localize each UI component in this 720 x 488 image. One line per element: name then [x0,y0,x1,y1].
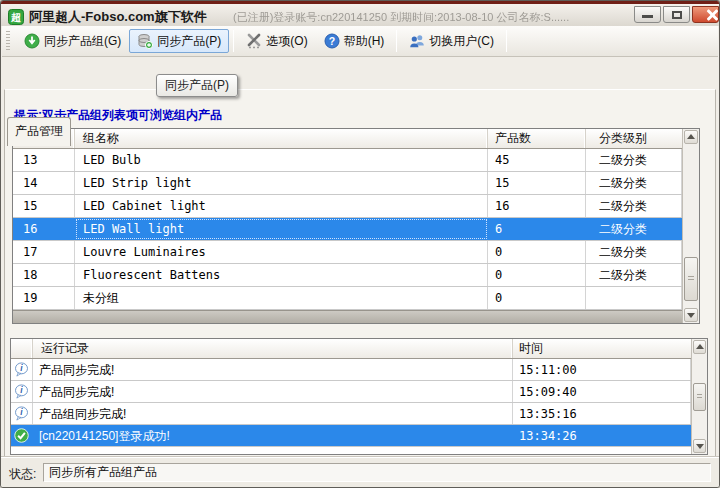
group-table-row[interactable]: 19未分组0 [13,287,682,310]
group-table-rows: 13LED Bulb45二级分类14LED Strip light15二级分类1… [13,149,682,310]
window-title-status: (已注册)登录账号:cn220141250 到期时间:2013-08-10 公司… [233,10,623,25]
tab-strip: 产品管理 更新计划 智能重发 排名查询 [1,57,719,89]
sync-product-button[interactable]: 同步产品(P) [129,29,229,53]
table-cell: 14 [13,172,75,194]
log-time: 13:34:26 [513,425,691,446]
svg-text:?: ? [328,35,334,47]
group-table-row[interactable]: 17Louvre Luminaires0二级分类 [13,241,682,264]
toolbar-separator [506,30,507,52]
group-table-row[interactable]: 18Fluorescent Battens0二级分类 [13,264,682,287]
group-table-row[interactable]: 15LED Cabinet light16二级分类 [13,195,682,218]
table-cell [586,287,682,309]
log-time: 15:11:00 [513,359,691,380]
log-table-row[interactable]: i产品组同步完成!13:35:16 [11,403,691,425]
options-button[interactable]: 选项(O) [238,29,315,53]
group-table-header: 序号 组名称 产品数 分类级别 [13,129,699,149]
minimize-button[interactable] [634,6,661,23]
toolbar: 同步产品组(G) 同步产品(P) 选项(O) ? [2,26,718,57]
sync-group-button[interactable]: 同步产品组(G) [16,29,129,53]
help-button[interactable]: ? 帮助(H) [316,29,393,53]
log-message: 产品组同步完成! [33,403,513,424]
group-table-row[interactable]: 14LED Strip light15二级分类 [13,172,682,195]
log-time: 13:35:16 [513,403,691,424]
table-cell: 15 [488,172,586,194]
info-bubble-icon: i [14,362,29,377]
maximize-icon [672,11,682,19]
thumb-grip-icon [697,394,702,400]
table-cell: Louvre Luminaires [75,241,488,263]
product-group-table: 序号 组名称 产品数 分类级别 13LED Bulb45二级分类14LED St… [12,128,700,324]
table-cell: 45 [488,149,586,171]
table-cell: LED Bulb [75,149,488,171]
table-cell: 未分组 [75,287,488,309]
toolbar-separator [396,30,397,52]
group-table-row[interactable]: 16LED Wall light6二级分类 [13,218,682,241]
column-header-record[interactable]: 运行记录 [33,339,513,358]
log-table-row[interactable]: i产品同步完成!15:09:40 [11,381,691,403]
table-cell: 15 [13,195,75,217]
switch-user-label: 切换用户(C) [429,33,494,50]
group-table-vertical-scrollbar[interactable] [682,129,699,323]
log-table-row[interactable]: i产品同步完成!15:11:00 [11,359,691,381]
toolbar-gripper[interactable] [6,31,10,51]
log-table-row[interactable]: [cn220141250]登录成功!13:34:26 [11,425,691,447]
close-icon [706,9,718,21]
help-icon: ? [324,33,340,49]
log-table-rows: i产品同步完成!15:11:00i产品同步完成!15:09:40i产品组同步完成… [11,359,691,447]
table-cell: Fluorescent Battens [75,264,488,286]
table-cell: 6 [488,218,586,240]
table-cell: 二级分类 [586,264,682,286]
scroll-up-button[interactable] [693,340,706,354]
options-label: 选项(O) [266,33,307,50]
column-header-time[interactable]: 时间 [513,339,707,358]
toolbar-separator [233,30,234,52]
minimize-icon [642,15,653,18]
arrow-down-icon [696,444,704,449]
table-cell: 13 [13,149,75,171]
log-message: [cn220141250]登录成功! [33,425,513,446]
table-cell: 二级分类 [586,195,682,217]
scrollbar-thumb[interactable] [693,383,706,411]
table-cell: 0 [488,241,586,263]
log-row-icon-cell: i [11,403,33,424]
scroll-up-button[interactable] [684,130,698,144]
log-row-icon-cell: i [11,359,33,380]
table-cell: 18 [13,264,75,286]
tab-content-panel: 提示:双击产品组列表项可浏览组内产品 序号 组名称 产品数 分类级别 13LED… [4,89,716,458]
scrollbar-thumb[interactable] [684,257,698,301]
arrow-down-icon [687,313,695,318]
close-button[interactable] [692,6,719,23]
scroll-down-button[interactable] [693,439,706,453]
sync-product-label: 同步产品(P) [157,33,221,50]
sync-group-icon [24,33,40,49]
arrow-up-icon [696,344,704,349]
options-icon [246,33,262,49]
app-logo-icon: 超 [8,9,24,25]
run-log-table: 运行记录 时间 i产品同步完成!15:11:00i产品同步完成!15:09:40… [10,338,708,455]
help-label: 帮助(H) [344,33,385,50]
scroll-down-button[interactable] [684,308,698,322]
horizontal-scrollbar[interactable] [13,310,682,323]
table-cell: 二级分类 [586,149,682,171]
maximize-button[interactable] [663,6,690,23]
table-cell: 二级分类 [586,218,682,240]
sync-group-label: 同步产品组(G) [44,33,121,50]
column-header-name[interactable]: 组名称 [75,129,488,148]
column-header-icon[interactable] [11,339,33,358]
group-table-row[interactable]: 13LED Bulb45二级分类 [13,149,682,172]
table-cell: LED Cabinet light [75,195,488,217]
table-cell: 16 [13,218,75,240]
svg-text:超: 超 [10,12,22,23]
table-cell: 0 [488,264,586,286]
table-cell: 0 [488,287,586,309]
table-cell: 19 [13,287,75,309]
table-cell: 二级分类 [586,241,682,263]
tab-product-management[interactable]: 产品管理 [7,117,71,146]
sync-product-icon [137,33,153,49]
column-header-count[interactable]: 产品数 [488,129,586,148]
log-table-vertical-scrollbar[interactable] [691,339,707,454]
arrow-up-icon [687,134,695,139]
switch-user-button[interactable]: 切换用户(C) [401,29,502,53]
success-check-icon [14,428,29,443]
log-message: 产品同步完成! [33,381,513,402]
